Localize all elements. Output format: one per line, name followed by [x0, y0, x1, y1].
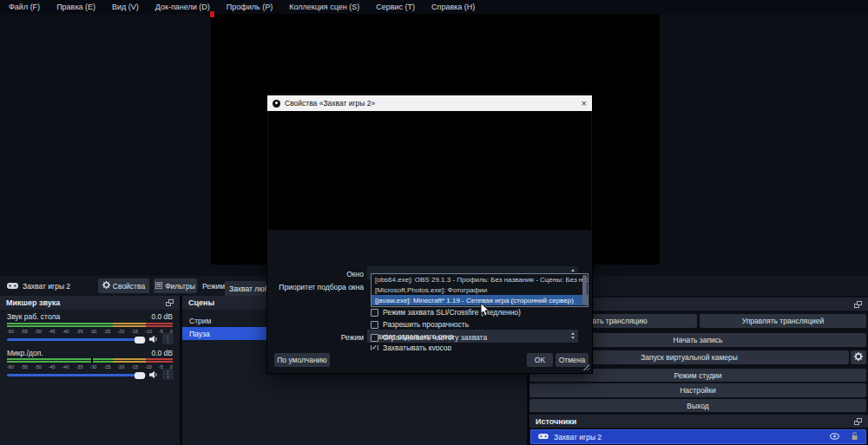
menu-scene-collection[interactable]: Коллекция сцен (S) [289, 3, 359, 11]
popout-dock-icon[interactable] [854, 418, 862, 425]
cancel-button-label: Отмена [559, 356, 586, 364]
checkbox-transparency[interactable] [371, 321, 378, 329]
popout-dock-icon[interactable] [854, 301, 862, 308]
channel-name: Звук раб. стола [7, 312, 60, 321]
defaults-button-label: По умолчанию [277, 356, 326, 364]
menu-edit[interactable]: Правка (E) [56, 3, 95, 11]
gamepad-icon [538, 433, 549, 442]
checkbox-cursor-label: Захватывать курсор [383, 345, 451, 350]
defaults-button[interactable]: По умолчанию [274, 353, 330, 367]
checkbox-row-sli[interactable]: Режим захвата SLI/Crossfire (Медленно) [371, 308, 521, 317]
mixer-channel-row: Микр./доп. 0.0 dB [7, 349, 173, 357]
manage-broadcast-label: Управлять трансляцией [742, 317, 825, 325]
properties-button-label: Свойства [113, 282, 145, 291]
checkbox-fps-limit[interactable] [371, 334, 378, 342]
mouse-cursor [480, 303, 490, 318]
volume-meter [7, 358, 173, 363]
meter-scale: -60-55-50-45-40-35-30-25-20-15-10-50 [7, 364, 173, 370]
volume-slider-handle[interactable] [135, 337, 145, 344]
record-indicator-dot [210, 11, 214, 17]
resize-grip[interactable] [583, 364, 589, 370]
mixer-channel-row: Звук раб. стола 0.0 dB [7, 312, 173, 321]
manage-broadcast-button[interactable]: Управлять трансляцией [700, 314, 866, 328]
dialog-titlebar[interactable]: Свойства «Захват игры 2» × [267, 95, 592, 111]
visibility-eye-icon[interactable] [830, 433, 839, 442]
channel-menu-button[interactable] [162, 333, 174, 344]
menu-file[interactable]: Файл (F) [9, 3, 40, 11]
audio-mixer-panel: Микшер звука Звук раб. стола 0.0 dB -60-… [0, 296, 180, 445]
dropdown-item-obs[interactable]: [obs64.exe]: OBS 29.1.3 - Профиль: Без н… [372, 274, 588, 285]
check-mark: ✓ [372, 345, 378, 350]
volume-slider[interactable] [7, 338, 146, 341]
window-field-label: Окно [273, 270, 364, 278]
gear-icon [854, 352, 863, 363]
properties-dialog: Свойства «Захват игры 2» × Режим Захват … [267, 95, 592, 373]
volume-slider-handle[interactable] [135, 372, 145, 379]
dialog-title: Свойства «Захват игры 2» [285, 99, 375, 108]
audio-mixer-title: Микшер звука [6, 298, 60, 307]
dropdown-scrollbar[interactable] [582, 275, 587, 305]
source-item-game-capture[interactable]: Захват игры 2 [530, 429, 866, 444]
checkbox-sli[interactable] [371, 309, 378, 317]
studio-mode-label: Режим студии [674, 371, 721, 380]
menu-view[interactable]: Вид (V) [112, 3, 139, 11]
channel-menu-button[interactable] [162, 369, 174, 380]
channel-level-db: 0.0 dB [151, 349, 173, 357]
checkbox-row-fps-limit[interactable]: Ограничивать частоту захвата [371, 333, 487, 342]
scenes-title: Сцены [188, 298, 214, 307]
gamepad-icon [7, 282, 18, 291]
menu-profile[interactable]: Профиль (P) [227, 3, 273, 11]
gear-icon [102, 281, 110, 291]
checkbox-row-cursor[interactable]: ✓ Захватывать курсор [371, 345, 451, 350]
checkbox-transparency-label: Разрешить прозрачность [383, 320, 469, 329]
menu-bar: Файл (F) Правка (E) Вид (V) Док-панели (… [0, 0, 868, 14]
ok-button[interactable]: OK [527, 353, 553, 367]
menu-docks[interactable]: Док-панели (D) [155, 3, 210, 11]
properties-button[interactable]: Свойства [98, 278, 149, 293]
settings-button[interactable]: Настройки [529, 383, 866, 397]
volume-meter [7, 323, 173, 327]
speaker-icon[interactable] [149, 335, 159, 345]
filters-button-label: Фильтры [165, 282, 195, 291]
checkbox-cursor[interactable]: ✓ [371, 345, 378, 350]
mode-field-label: Режим [273, 333, 364, 342]
dropdown-item-photos[interactable]: [Microsoft.Photos.exe]: Фотографии [372, 285, 588, 295]
checkbox-row-transparency[interactable]: Разрешить прозрачность [371, 320, 469, 329]
spinner-arrows-icon[interactable] [571, 332, 575, 339]
checkbox-sli-label: Режим захвата SLI/Crossfire (Медленно) [383, 308, 521, 317]
sources-title: Источники [536, 417, 576, 426]
filters-button[interactable]: Фильтры [154, 278, 197, 293]
checkbox-fps-limit-label: Ограничивать частоту захвата [383, 333, 487, 342]
capture-mode-label: Режим [202, 282, 225, 291]
settings-label: Настройки [680, 386, 716, 395]
lock-icon[interactable] [851, 432, 858, 442]
speaker-icon[interactable] [149, 370, 159, 381]
exit-label: Выход [687, 402, 708, 410]
exit-button[interactable]: Выход [529, 399, 866, 412]
menu-tools[interactable]: Сервис (T) [376, 3, 415, 11]
popout-dock-icon[interactable] [166, 299, 174, 306]
close-icon[interactable]: × [582, 99, 587, 108]
source-row-icons [830, 432, 858, 442]
channel-level-db: 0.0 dB [151, 312, 173, 321]
virtual-camera-settings-button[interactable] [851, 350, 866, 364]
sources-header: Источники [529, 415, 868, 428]
volume-slider[interactable] [7, 374, 146, 376]
priority-field-label: Приоритет подбора окна [273, 283, 364, 291]
start-recording-label: Начать запись [674, 336, 723, 344]
channel-name: Микр./доп. [7, 349, 43, 357]
audio-mixer-header: Микшер звука [0, 296, 180, 310]
obs-logo-icon [273, 100, 280, 108]
filters-icon [155, 282, 162, 291]
scene-label: Пауза [189, 330, 210, 338]
meter-scale: -60-55-50-45-40-35-30-25-20-15-10-50 [7, 329, 173, 334]
dialog-source-preview [268, 111, 591, 230]
source-label: Захват игры 2 [554, 433, 602, 442]
toolbar-source-name: Захват игры 2 [23, 282, 70, 291]
virtual-camera-label: Запуск виртуальной камеры [641, 353, 738, 362]
peak-marker [91, 357, 93, 363]
menu-help[interactable]: Справка (H) [431, 3, 475, 11]
ok-button-label: OK [535, 356, 545, 364]
scene-label: Стрим [189, 317, 211, 325]
